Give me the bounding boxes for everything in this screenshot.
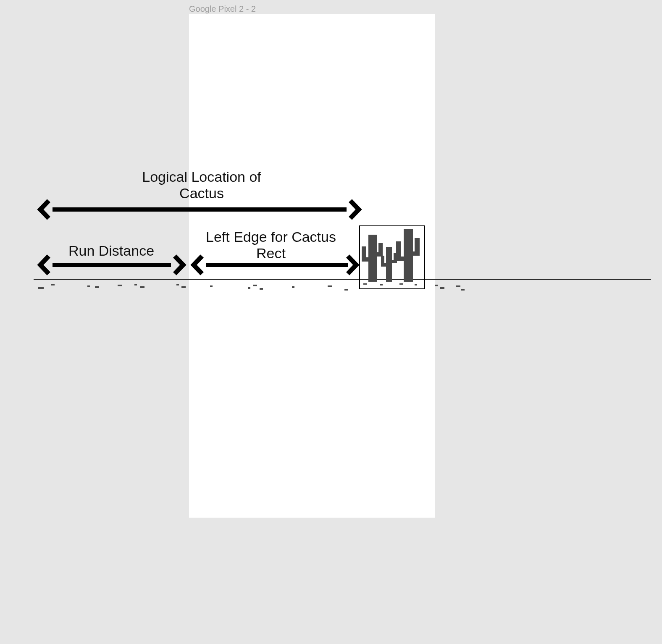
- text-line: Run Distance: [68, 243, 154, 259]
- chevron-right-icon: [348, 199, 362, 220]
- chevron-left-icon: [37, 199, 51, 220]
- svg-rect-2: [396, 257, 406, 261]
- text-line: Rect: [256, 245, 286, 261]
- svg-rect-7: [362, 257, 371, 262]
- svg-rect-4: [410, 251, 420, 256]
- svg-rect-15: [363, 283, 367, 285]
- svg-rect-17: [399, 283, 403, 285]
- dimension-bar-logical: [53, 207, 347, 212]
- svg-rect-12: [381, 263, 388, 267]
- annotation-left-edge: Left Edge for Cactus Rect: [193, 229, 349, 262]
- cactus-rect: [359, 225, 425, 289]
- svg-rect-16: [380, 284, 383, 285]
- device-label: Google Pixel 2 - 2: [189, 4, 256, 14]
- chevron-right-icon: [172, 254, 187, 275]
- annotation-logical-location: Logical Location of Cactus: [105, 169, 298, 202]
- text-line: Cactus: [179, 185, 224, 201]
- chevron-left-icon: [190, 254, 205, 275]
- chevron-left-icon: [37, 254, 51, 275]
- annotation-run-distance: Run Distance: [50, 243, 172, 259]
- text-line: Logical Location of: [142, 169, 261, 185]
- dimension-bar-run: [53, 263, 171, 267]
- svg-rect-14: [390, 260, 397, 263]
- cactus-group-icon: [360, 226, 423, 287]
- ground-texture: [34, 281, 651, 294]
- chevron-right-icon: [345, 254, 360, 275]
- ground-line: [34, 279, 651, 280]
- text-line: Left Edge for Cactus: [206, 229, 336, 245]
- dimension-bar-left-edge: [206, 263, 348, 267]
- svg-rect-18: [415, 284, 417, 285]
